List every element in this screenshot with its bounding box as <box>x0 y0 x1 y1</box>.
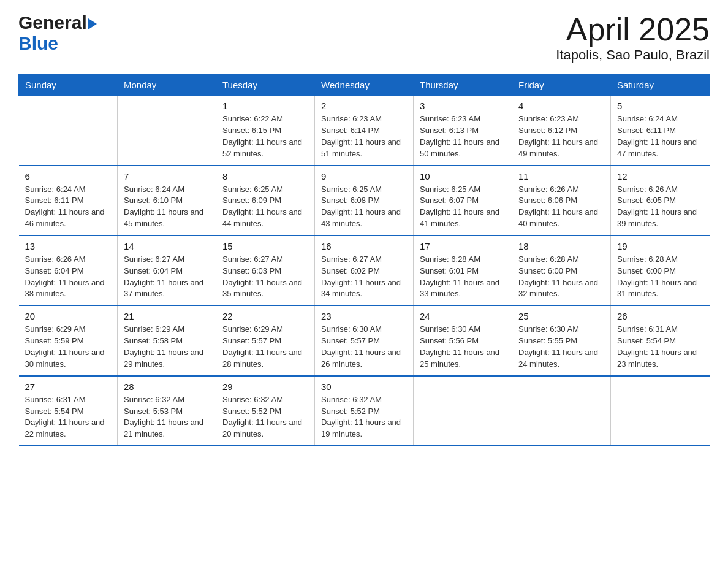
day-info: Sunrise: 6:31 AMSunset: 5:54 PMDaylight:… <box>25 394 112 440</box>
calendar-day-cell: 29Sunrise: 6:32 AMSunset: 5:52 PMDayligh… <box>216 376 315 446</box>
calendar-day-cell: 30Sunrise: 6:32 AMSunset: 5:52 PMDayligh… <box>315 376 414 446</box>
logo-general-text: General <box>18 12 87 33</box>
day-of-week-header: Saturday <box>611 75 710 96</box>
day-info: Sunrise: 6:25 AMSunset: 6:08 PMDaylight:… <box>321 184 407 230</box>
day-number: 30 <box>321 381 407 392</box>
calendar-day-cell: 21Sunrise: 6:29 AMSunset: 5:58 PMDayligh… <box>118 305 216 375</box>
day-number: 17 <box>420 241 506 251</box>
day-info: Sunrise: 6:26 AMSunset: 6:04 PMDaylight:… <box>25 254 112 300</box>
calendar-day-cell: 14Sunrise: 6:27 AMSunset: 6:04 PMDayligh… <box>118 236 216 305</box>
title-block: April 2025 Itapolis, Sao Paulo, Brazil <box>556 12 710 63</box>
calendar-day-cell: 8Sunrise: 6:25 AMSunset: 6:09 PMDaylight… <box>216 166 315 236</box>
logo-arrow-icon <box>88 18 97 29</box>
calendar-week-row: 27Sunrise: 6:31 AMSunset: 5:54 PMDayligh… <box>19 376 710 446</box>
day-info: Sunrise: 6:28 AMSunset: 6:00 PMDaylight:… <box>617 254 703 300</box>
day-number: 21 <box>124 311 210 321</box>
day-info: Sunrise: 6:27 AMSunset: 6:02 PMDaylight:… <box>321 254 407 300</box>
day-number: 24 <box>420 311 506 321</box>
calendar-day-cell: 2Sunrise: 6:23 AMSunset: 6:14 PMDaylight… <box>315 96 414 166</box>
day-of-week-header: Tuesday <box>216 75 315 96</box>
calendar-week-row: 13Sunrise: 6:26 AMSunset: 6:04 PMDayligh… <box>19 236 710 305</box>
calendar-day-cell: 3Sunrise: 6:23 AMSunset: 6:13 PMDaylight… <box>414 96 512 166</box>
calendar-day-cell: 4Sunrise: 6:23 AMSunset: 6:12 PMDaylight… <box>512 96 611 166</box>
day-number: 23 <box>321 311 407 321</box>
calendar-day-cell: 13Sunrise: 6:26 AMSunset: 6:04 PMDayligh… <box>19 236 118 305</box>
day-info: Sunrise: 6:23 AMSunset: 6:14 PMDaylight:… <box>321 113 407 159</box>
day-number: 4 <box>518 101 604 111</box>
day-info: Sunrise: 6:26 AMSunset: 6:06 PMDaylight:… <box>518 184 604 230</box>
day-number: 6 <box>25 171 112 182</box>
calendar-day-cell <box>118 96 216 166</box>
day-number: 3 <box>420 101 506 111</box>
day-of-week-header: Friday <box>512 75 611 96</box>
day-of-week-header: Thursday <box>414 75 512 96</box>
day-number: 19 <box>617 241 703 251</box>
day-number: 9 <box>321 171 407 182</box>
calendar-week-row: 1Sunrise: 6:22 AMSunset: 6:15 PMDaylight… <box>19 96 710 166</box>
day-info: Sunrise: 6:24 AMSunset: 6:11 PMDaylight:… <box>25 184 112 230</box>
day-info: Sunrise: 6:29 AMSunset: 5:59 PMDaylight:… <box>25 324 112 370</box>
day-number: 11 <box>518 171 604 182</box>
day-number: 14 <box>124 241 210 251</box>
day-info: Sunrise: 6:24 AMSunset: 6:10 PMDaylight:… <box>124 184 210 230</box>
calendar-week-row: 20Sunrise: 6:29 AMSunset: 5:59 PMDayligh… <box>19 305 710 375</box>
calendar-day-cell: 20Sunrise: 6:29 AMSunset: 5:59 PMDayligh… <box>19 305 118 375</box>
logo: General Blue <box>18 12 97 54</box>
day-number: 26 <box>617 311 703 321</box>
day-number: 25 <box>518 311 604 321</box>
day-of-week-header: Wednesday <box>315 75 414 96</box>
calendar-day-cell: 19Sunrise: 6:28 AMSunset: 6:00 PMDayligh… <box>611 236 710 305</box>
calendar-day-cell <box>611 376 710 446</box>
day-info: Sunrise: 6:32 AMSunset: 5:53 PMDaylight:… <box>124 394 210 440</box>
calendar-title: April 2025 <box>556 12 710 47</box>
calendar-day-cell: 10Sunrise: 6:25 AMSunset: 6:07 PMDayligh… <box>414 166 512 236</box>
day-info: Sunrise: 6:25 AMSunset: 6:07 PMDaylight:… <box>420 184 506 230</box>
day-number: 16 <box>321 241 407 251</box>
day-number: 13 <box>25 241 112 251</box>
calendar-day-cell: 7Sunrise: 6:24 AMSunset: 6:10 PMDaylight… <box>118 166 216 236</box>
calendar-day-cell: 6Sunrise: 6:24 AMSunset: 6:11 PMDaylight… <box>19 166 118 236</box>
day-number: 5 <box>617 101 703 111</box>
calendar-day-cell: 22Sunrise: 6:29 AMSunset: 5:57 PMDayligh… <box>216 305 315 375</box>
calendar-day-cell: 9Sunrise: 6:25 AMSunset: 6:08 PMDaylight… <box>315 166 414 236</box>
calendar-day-cell: 16Sunrise: 6:27 AMSunset: 6:02 PMDayligh… <box>315 236 414 305</box>
calendar-day-cell: 5Sunrise: 6:24 AMSunset: 6:11 PMDaylight… <box>611 96 710 166</box>
day-info: Sunrise: 6:28 AMSunset: 6:01 PMDaylight:… <box>420 254 506 300</box>
day-info: Sunrise: 6:30 AMSunset: 5:57 PMDaylight:… <box>321 324 407 370</box>
calendar-day-cell: 28Sunrise: 6:32 AMSunset: 5:53 PMDayligh… <box>118 376 216 446</box>
day-info: Sunrise: 6:22 AMSunset: 6:15 PMDaylight:… <box>222 113 308 159</box>
calendar-header-row: SundayMondayTuesdayWednesdayThursdayFrid… <box>19 75 710 96</box>
day-info: Sunrise: 6:32 AMSunset: 5:52 PMDaylight:… <box>222 394 308 440</box>
calendar-day-cell: 27Sunrise: 6:31 AMSunset: 5:54 PMDayligh… <box>19 376 118 446</box>
day-number: 18 <box>518 241 604 251</box>
calendar-day-cell: 17Sunrise: 6:28 AMSunset: 6:01 PMDayligh… <box>414 236 512 305</box>
day-info: Sunrise: 6:25 AMSunset: 6:09 PMDaylight:… <box>222 184 308 230</box>
day-number: 28 <box>124 381 210 392</box>
day-number: 1 <box>222 101 308 111</box>
day-number: 22 <box>222 311 308 321</box>
calendar-day-cell: 25Sunrise: 6:30 AMSunset: 5:55 PMDayligh… <box>512 305 611 375</box>
day-info: Sunrise: 6:29 AMSunset: 5:58 PMDaylight:… <box>124 324 210 370</box>
calendar-day-cell: 12Sunrise: 6:26 AMSunset: 6:05 PMDayligh… <box>611 166 710 236</box>
day-info: Sunrise: 6:32 AMSunset: 5:52 PMDaylight:… <box>321 394 407 440</box>
day-number: 29 <box>222 381 308 392</box>
calendar-day-cell: 18Sunrise: 6:28 AMSunset: 6:00 PMDayligh… <box>512 236 611 305</box>
day-info: Sunrise: 6:30 AMSunset: 5:55 PMDaylight:… <box>518 324 604 370</box>
calendar-table: SundayMondayTuesdayWednesdayThursdayFrid… <box>18 74 710 446</box>
day-number: 27 <box>25 381 112 392</box>
day-number: 8 <box>222 171 308 182</box>
day-number: 12 <box>617 171 703 182</box>
day-info: Sunrise: 6:23 AMSunset: 6:13 PMDaylight:… <box>420 113 506 159</box>
day-info: Sunrise: 6:29 AMSunset: 5:57 PMDaylight:… <box>222 324 308 370</box>
calendar-day-cell: 1Sunrise: 6:22 AMSunset: 6:15 PMDaylight… <box>216 96 315 166</box>
day-info: Sunrise: 6:31 AMSunset: 5:54 PMDaylight:… <box>617 324 703 370</box>
calendar-day-cell: 23Sunrise: 6:30 AMSunset: 5:57 PMDayligh… <box>315 305 414 375</box>
calendar-day-cell: 24Sunrise: 6:30 AMSunset: 5:56 PMDayligh… <box>414 305 512 375</box>
calendar-day-cell <box>414 376 512 446</box>
day-number: 7 <box>124 171 210 182</box>
calendar-day-cell <box>512 376 611 446</box>
day-info: Sunrise: 6:27 AMSunset: 6:04 PMDaylight:… <box>124 254 210 300</box>
day-number: 20 <box>25 311 112 321</box>
page-header: General Blue April 2025 Itapolis, Sao Pa… <box>18 12 710 63</box>
day-number: 2 <box>321 101 407 111</box>
